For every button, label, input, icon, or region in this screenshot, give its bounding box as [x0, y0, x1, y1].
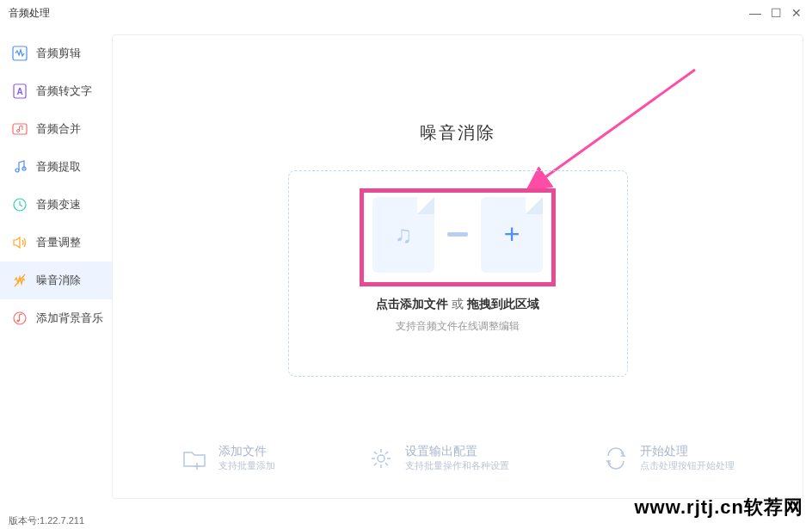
sidebar-item-audio-merge[interactable]: 音频合并 [0, 110, 112, 148]
click-add-text: 点击添加文件 [376, 297, 448, 311]
plus-icon: + [504, 218, 520, 250]
bgm-icon [12, 311, 28, 326]
clock-icon [12, 197, 28, 212]
close-button[interactable]: ✕ [790, 6, 803, 20]
bottom-actions: 添加文件 支持批量添加 设置输出配置 支持批量操作和各种设置 开始处理 点击处理… [113, 444, 803, 472]
volume-icon [12, 235, 28, 250]
sidebar-item-noise-remove[interactable]: 噪音消除 [0, 261, 112, 299]
sep-text: 或 [448, 297, 467, 311]
add-file-card: + [481, 197, 543, 273]
svg-point-5 [15, 169, 19, 172]
merge-icon [12, 121, 28, 137]
extract-icon [12, 159, 28, 175]
sidebar-item-add-bgm[interactable]: 添加背景音乐 [0, 299, 112, 337]
sidebar-item-label: 音量调整 [36, 235, 81, 250]
refresh-arrow-icon [602, 445, 630, 472]
sidebar: 音频剪辑 A 音频转文字 音频合并 音频提取 音频变速 音量调整 噪音消除 添加 [0, 26, 112, 512]
wave-icon [12, 46, 28, 61]
watermark: www.rjtj.cn软荐网 [634, 495, 803, 520]
window-controls: — ☐ ✕ [748, 6, 803, 20]
action-title: 添加文件 [218, 444, 275, 459]
folder-plus-icon [181, 445, 208, 472]
sidebar-item-label: 添加背景音乐 [36, 311, 103, 326]
sidebar-item-label: 音频提取 [36, 159, 81, 175]
sidebar-item-volume-adjust[interactable]: 音量调整 [0, 224, 112, 261]
drag-text: 拖拽到此区域 [467, 297, 539, 311]
sidebar-item-label: 音频剪辑 [36, 46, 81, 61]
mute-wave-icon [12, 273, 28, 288]
add-file-action[interactable]: 添加文件 支持批量添加 [181, 444, 275, 472]
music-file-card: ♫ [372, 197, 434, 273]
sidebar-item-audio-speed[interactable]: 音频变速 [0, 186, 112, 224]
page-title: 噪音消除 [113, 121, 803, 145]
maximize-button[interactable]: ☐ [769, 6, 783, 20]
sidebar-item-label: 噪音消除 [36, 273, 81, 288]
version-label: 版本号:1.22.7.211 [9, 514, 84, 527]
start-process-action[interactable]: 开始处理 点击处理按钮开始处理 [602, 444, 735, 472]
svg-text:A: A [16, 87, 22, 96]
file-cards: ♫ + [372, 197, 543, 273]
window-title: 音频处理 [9, 6, 50, 21]
action-title: 设置输出配置 [405, 444, 509, 459]
sidebar-item-audio-to-text[interactable]: A 音频转文字 [0, 72, 112, 110]
svg-point-14 [378, 455, 384, 462]
action-title: 开始处理 [640, 444, 735, 459]
action-sub: 支持批量添加 [218, 459, 275, 472]
drop-zone[interactable]: ♫ + 点击添加文件 或 拖拽到此区域 支持音频文件在线调整编辑 [288, 170, 628, 377]
minimize-button[interactable]: — [748, 6, 762, 20]
drop-subtext: 支持音频文件在线调整编辑 [396, 319, 520, 334]
music-note-icon: ♫ [395, 221, 413, 249]
sidebar-item-label: 音频变速 [36, 197, 81, 212]
drop-instruction: 点击添加文件 或 拖拽到此区域 [376, 297, 539, 312]
output-config-action[interactable]: 设置输出配置 支持批量操作和各种设置 [367, 444, 509, 472]
action-sub: 支持批量操作和各种设置 [405, 459, 509, 472]
sidebar-item-audio-cut[interactable]: 音频剪辑 [0, 34, 112, 72]
sidebar-item-label: 音频转文字 [36, 83, 92, 99]
gear-icon [367, 445, 395, 472]
sidebar-item-audio-extract[interactable]: 音频提取 [0, 148, 112, 186]
content-panel: 噪音消除 ♫ + 点击添加文件 或 拖拽到此区域 支持音频文件在线调整编辑 [112, 34, 803, 499]
doc-a-icon: A [12, 83, 28, 99]
sidebar-item-label: 音频合并 [36, 121, 81, 137]
dash-separator [447, 232, 468, 237]
action-sub: 点击处理按钮开始处理 [640, 459, 735, 472]
